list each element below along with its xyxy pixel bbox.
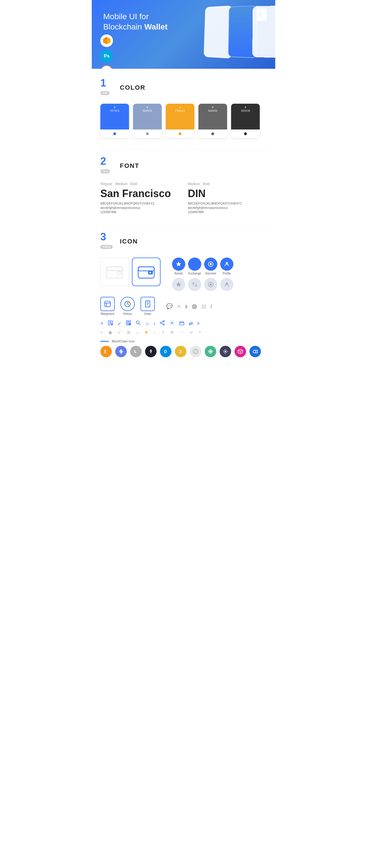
- color-section-number: 1 ONE: [101, 80, 115, 95]
- svg-line-47: [162, 321, 163, 322]
- color-num-word: ONE: [101, 91, 110, 95]
- swatch-orange-dot: [179, 132, 181, 135]
- svg-point-34: [111, 323, 112, 325]
- close-icon: ×: [197, 320, 200, 327]
- svg-line-43: [139, 324, 140, 325]
- font-grid: Regular · Medium · Bold San Francisco AB…: [101, 182, 266, 214]
- checkmark-icon: ✓: [117, 320, 121, 327]
- phone-mockups: [208, 6, 275, 57]
- profile-label: Profile: [223, 272, 231, 275]
- svg-point-66: [225, 351, 226, 352]
- assets-icon: [172, 257, 185, 271]
- svg-line-69: [240, 350, 243, 351]
- svg-text:Z: Z: [179, 349, 182, 354]
- font-din-lowercase: abcdefghijklmnopqrstuvwxyz: [188, 206, 266, 209]
- exchange-label: Exchange: [188, 272, 201, 275]
- tab-history: History: [120, 297, 135, 315]
- plus-gray-icon: +: [101, 330, 103, 335]
- color-section-header: 1 ONE COLOR: [101, 80, 266, 95]
- hex-icon: [190, 346, 201, 357]
- icon-wireframe-wallet: [101, 257, 129, 286]
- discover-icon: [204, 257, 217, 271]
- main-content: 1 ONE COLOR #3574FA #8DA0C8 #F5A623 #666…: [92, 69, 275, 380]
- assets-label: Assets: [174, 272, 183, 275]
- tab-order: Order: [140, 297, 155, 315]
- search-gray-icon: ⌕: [136, 330, 139, 335]
- profile-gray-icon: [220, 278, 233, 291]
- blockchain-line: [101, 341, 109, 342]
- svg-text:Ł: Ł: [134, 349, 137, 354]
- font-sf-lowercase: abcdefghijklmnopqrstuvwxyz: [101, 206, 179, 209]
- svg-rect-38: [129, 323, 130, 324]
- font-din-meta: Medium · Bold: [188, 182, 266, 186]
- list-gray-icon: ▣: [108, 330, 112, 335]
- back-gray-icon: ‹: [154, 330, 156, 335]
- icon-colored-wallet: [132, 257, 161, 286]
- check-gray-icon: ✓: [118, 330, 121, 335]
- color-section-title: COLOR: [120, 84, 145, 91]
- chat-icon: 💬: [166, 303, 173, 309]
- syscoin-icon: [145, 346, 157, 357]
- font-din-name: DIN: [188, 188, 266, 200]
- hero-title: Mobile UI for Blockchain Wallet: [103, 11, 189, 32]
- font-section-number: 2 TWO: [101, 158, 115, 173]
- profile-icon: [220, 257, 233, 271]
- share-gray-icon: ↗: [161, 330, 165, 335]
- swatch-blue-dot: [113, 132, 116, 135]
- font-num-big: 2: [101, 156, 106, 166]
- info-icon: ℹ: [210, 303, 212, 309]
- order-icon: [140, 297, 155, 311]
- management-icon: [101, 297, 115, 311]
- search-icon: [135, 320, 141, 327]
- svg-point-16: [209, 263, 211, 265]
- font-section-header: 2 TWO FONT: [101, 158, 266, 173]
- phone-mock-3: [252, 6, 275, 58]
- misc-icon-row-1: + ✓ ☆ ‹ ⇌ ×: [101, 320, 266, 327]
- svg-rect-40: [129, 324, 130, 325]
- svg-line-68: [238, 350, 240, 351]
- icon-nav-exchange: Exchange: [188, 257, 201, 275]
- svg-point-14: [149, 272, 151, 273]
- swap-icon: ⇌: [189, 320, 193, 327]
- discover-label: Discover: [205, 272, 217, 275]
- svg-rect-12: [138, 267, 154, 271]
- swatch-gray: #666666: [198, 104, 227, 138]
- icon-section-content: Assets Exchange Discover: [101, 257, 266, 357]
- exchange-icon: [188, 257, 201, 271]
- font-din-uppercase: ABCDEFGHIJKLMNOPQRSTUVWXYZ: [188, 202, 266, 205]
- divider-1: [101, 150, 266, 150]
- svg-point-42: [136, 321, 139, 324]
- assets-gray-icon: [172, 278, 185, 291]
- zcash-icon: Z: [175, 346, 186, 357]
- icon-nav-assets: Assets: [172, 257, 185, 275]
- discover-gray-icon: [204, 278, 217, 291]
- crypto-icons: ₿ Ł D Z: [101, 346, 266, 357]
- font-din: Medium · Bold DIN ABCDEFGHIJKLMNOPQRSTUV…: [188, 182, 266, 214]
- svg-rect-21: [105, 301, 110, 307]
- svg-point-44: [163, 320, 164, 322]
- svg-marker-58: [151, 350, 152, 354]
- swatch-gray-dot: [211, 132, 214, 135]
- exchange-gray-icon: [188, 278, 201, 291]
- svg-rect-35: [126, 321, 128, 322]
- ps-badge-text: Ps: [104, 54, 110, 59]
- svg-point-49: [171, 322, 173, 324]
- history-label: History: [123, 312, 132, 315]
- swatch-orange: #F5A623: [166, 104, 194, 138]
- qr-gray-icon: ⊞: [127, 330, 131, 335]
- close-gray-icon: ×: [199, 330, 201, 335]
- sketch-badge: [101, 34, 113, 47]
- font-section-title: FONT: [120, 162, 139, 169]
- moon-icon: ◗: [185, 303, 188, 309]
- blockchain-label: BlockChain Icon: [112, 339, 135, 343]
- color-swatches: #3574FA #8DA0C8 #F5A623 #666666 #303030: [101, 104, 266, 138]
- svg-rect-37: [126, 323, 128, 325]
- swatch-gray-blue: #8DA0C8: [133, 104, 162, 138]
- circle-icon: ⬤: [192, 303, 197, 309]
- icon-num-word: THREE: [101, 245, 113, 249]
- blue-icon: [250, 346, 261, 357]
- swatch-blue: #3574FA: [101, 104, 129, 138]
- icon-tab-row: Mangment History: [101, 297, 266, 315]
- svg-rect-39: [130, 324, 131, 325]
- send-icon: [179, 320, 185, 327]
